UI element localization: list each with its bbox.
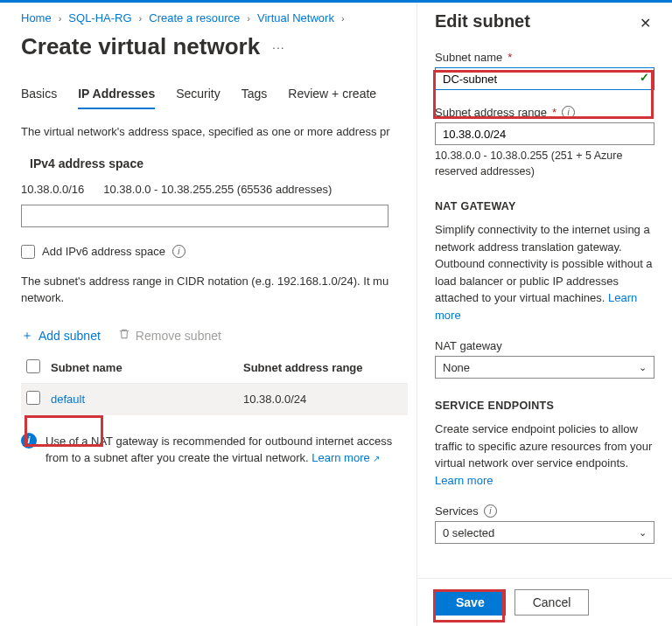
close-icon[interactable]: ✕: [636, 11, 654, 35]
row-checkbox[interactable]: [26, 391, 40, 405]
plus-icon: ＋: [21, 328, 33, 344]
tab-security[interactable]: Security: [176, 87, 220, 109]
trash-icon: [118, 328, 130, 343]
chevron-right-icon: ›: [59, 13, 62, 24]
checkmark-icon: ✓: [640, 71, 649, 84]
services-select[interactable]: 0 selected ⌄: [435, 521, 654, 544]
breadcrumb: Home › SQL-HA-RG › Create a resource › V…: [21, 11, 408, 24]
save-button[interactable]: Save: [435, 589, 506, 616]
tab-basics[interactable]: Basics: [21, 87, 57, 109]
page-title: Create virtual network: [21, 33, 260, 60]
add-subnet-button[interactable]: ＋ Add subnet: [21, 328, 101, 344]
col-header-name: Subnet name: [51, 361, 243, 374]
col-header-range: Subnet address range: [243, 361, 408, 374]
address-range-hint: 10.38.0.0 - 10.38.0.255 (251 + 5 Azure r…: [435, 149, 654, 179]
services-label: Services: [435, 504, 479, 518]
tabs: Basics IP Addresses Security Tags Review…: [21, 87, 408, 109]
info-icon[interactable]: i: [562, 106, 575, 119]
nat-gateway-caption: NAT GATEWAY: [435, 200, 654, 212]
info-solid-icon: i: [21, 433, 37, 449]
ipv4-cidr-input[interactable]: [21, 205, 388, 227]
tab-ip-addresses[interactable]: IP Addresses: [78, 87, 155, 109]
subnet-name-input[interactable]: [435, 67, 654, 90]
chevron-right-icon: ›: [247, 13, 250, 24]
address-range-input[interactable]: [435, 122, 654, 145]
breadcrumb-item-vnet[interactable]: Virtual Network: [257, 11, 334, 24]
info-icon[interactable]: i: [172, 245, 186, 258]
service-endpoints-caption: SERVICE ENDPOINTS: [435, 400, 654, 412]
external-link-icon: ↗: [373, 454, 380, 463]
required-indicator: *: [508, 51, 512, 64]
pane-title: Edit subnet: [435, 11, 530, 31]
subnet-link-default[interactable]: default: [51, 393, 85, 406]
cancel-button[interactable]: Cancel: [514, 589, 590, 616]
breadcrumb-item-create[interactable]: Create a resource: [149, 11, 240, 24]
remove-subnet-button[interactable]: Remove subnet: [118, 328, 221, 343]
nat-gateway-select[interactable]: None ⌄: [435, 356, 654, 379]
ipv6-checkbox[interactable]: [21, 245, 35, 259]
address-range-label: Subnet address range: [435, 106, 547, 119]
chevron-down-icon: ⌄: [639, 527, 647, 539]
ipv4-cidr: 10.38.0.0/16: [21, 183, 84, 196]
nat-gateway-label: NAT gateway: [435, 339, 502, 352]
subnet-description: The subnet's address range in CIDR notat…: [21, 273, 408, 307]
row-range: 10.38.0.0/24: [243, 393, 408, 406]
select-all-checkbox[interactable]: [26, 359, 40, 373]
breadcrumb-item-rg[interactable]: SQL-HA-RG: [68, 11, 131, 24]
chevron-right-icon: ›: [139, 13, 143, 24]
ipv4-header: IPv4 address space: [30, 156, 408, 170]
ipv6-label: Add IPv6 address space: [42, 245, 165, 258]
nat-recommendation: i Use of a NAT gateway is recommended fo…: [21, 433, 408, 467]
chevron-right-icon: ›: [341, 13, 345, 24]
tab-review-create[interactable]: Review + create: [288, 87, 376, 109]
subnet-table: Subnet name Subnet address range default…: [21, 352, 408, 415]
required-indicator: *: [552, 106, 556, 119]
tab-tags[interactable]: Tags: [242, 87, 268, 109]
se-learn-more-link[interactable]: Learn more: [435, 474, 493, 487]
subnet-name-label: Subnet name: [435, 51, 502, 64]
learn-more-link[interactable]: Learn more↗: [312, 451, 379, 464]
address-space-description: The virtual network's address space, spe…: [21, 123, 408, 141]
edit-subnet-pane: Edit subnet ✕ Subnet name * ✓ Subnet add…: [416, 3, 672, 626]
table-row[interactable]: default 10.38.0.0/24: [21, 384, 408, 415]
ipv4-cidr-range: 10.38.0.0 - 10.38.255.255 (65536 address…: [103, 183, 332, 196]
info-icon[interactable]: i: [484, 504, 497, 518]
chevron-down-icon: ⌄: [639, 362, 647, 373]
more-actions-button[interactable]: ···: [272, 40, 285, 54]
service-endpoints-description: Create service endpoint policies to allo…: [435, 422, 652, 470]
breadcrumb-item-home[interactable]: Home: [21, 11, 52, 24]
